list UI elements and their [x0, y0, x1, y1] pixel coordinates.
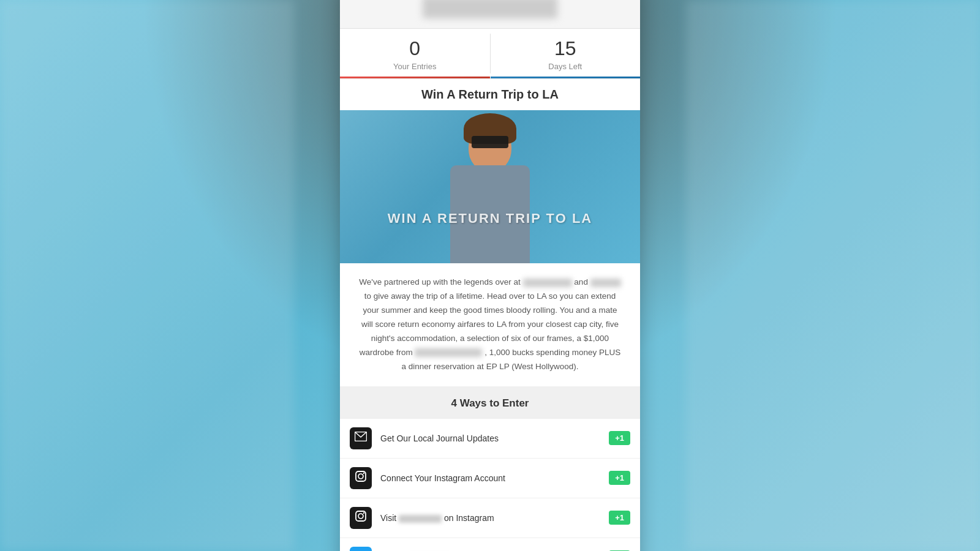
instagram-icon-2 [355, 510, 367, 525]
entries-value: 0 [347, 39, 483, 58]
contest-description: We've partnered up with the legends over… [340, 263, 640, 386]
entry-email[interactable]: Get Our Local Journal Updates +1 [340, 418, 640, 458]
contest-container: 0 Your Entries 15 Days Left Win A Return… [340, 0, 640, 551]
desc-text-3: to give away the trip of a lifetime. Hea… [360, 291, 619, 357]
svg-point-5 [358, 514, 363, 519]
person-head [469, 122, 511, 171]
contest-title: Win A Return Trip to LA [352, 88, 628, 102]
contest-title-bar: Win A Return Trip to LA [340, 78, 640, 110]
entries-stat: 0 Your Entries [340, 29, 490, 78]
instagram-icon [355, 470, 367, 485]
visit-prefix: Visit [380, 513, 399, 523]
visit-suffix: on Instagram [444, 513, 494, 523]
brand-3 [415, 348, 482, 357]
person-glasses [472, 136, 508, 148]
visit-account-name [399, 515, 442, 523]
entry-email-label: Get Our Local Journal Updates [380, 433, 600, 443]
days-stat: 15 Days Left [491, 29, 641, 78]
entry-instagram-visit-badge: +1 [609, 511, 630, 525]
instagram-icon-container-2 [350, 507, 372, 529]
stats-row: 0 Your Entries 15 Days Left [340, 29, 640, 78]
hero-text-overlay: WIN A RETURN TRIP TO LA [340, 211, 640, 227]
envelope-icon [355, 432, 367, 444]
hero-image: WIN A RETURN TRIP TO LA [340, 110, 640, 263]
hero-text: WIN A RETURN TRIP TO LA [340, 211, 640, 227]
twitter-icon-container [350, 547, 372, 551]
svg-point-3 [363, 473, 364, 474]
ways-title: 4 Ways to Enter [340, 386, 640, 418]
entry-instagram-connect-badge: +1 [609, 471, 630, 485]
svg-point-2 [358, 474, 363, 479]
instagram-icon-container-1 [350, 467, 372, 489]
entries-label: Your Entries [347, 62, 483, 71]
svg-point-6 [363, 512, 364, 514]
desc-text-2: and [574, 277, 590, 287]
bg-blur-left [0, 0, 294, 551]
brand-1 [523, 279, 572, 287]
entry-twitter-follow[interactable]: Follow on Twitter +1 [340, 538, 640, 551]
ways-section: 4 Ways to Enter Get Our Local Journal Up… [340, 386, 640, 551]
brand-2 [590, 279, 621, 287]
hero-person [429, 116, 551, 263]
days-value: 15 [498, 39, 633, 58]
bg-blur-right [686, 0, 980, 551]
entry-instagram-connect-label: Connect Your Instagram Account [380, 473, 600, 483]
email-icon-container [350, 427, 372, 449]
logo-image [423, 0, 557, 18]
desc-text-1: We've partnered up with the legends over… [359, 277, 522, 287]
header-logo-bar [340, 0, 640, 29]
entry-instagram-visit[interactable]: Visit on Instagram +1 [340, 498, 640, 538]
entry-email-badge: +1 [609, 431, 630, 445]
entry-instagram-connect[interactable]: Connect Your Instagram Account +1 [340, 458, 640, 498]
days-label: Days Left [498, 62, 633, 71]
entry-instagram-visit-label: Visit on Instagram [380, 513, 600, 523]
